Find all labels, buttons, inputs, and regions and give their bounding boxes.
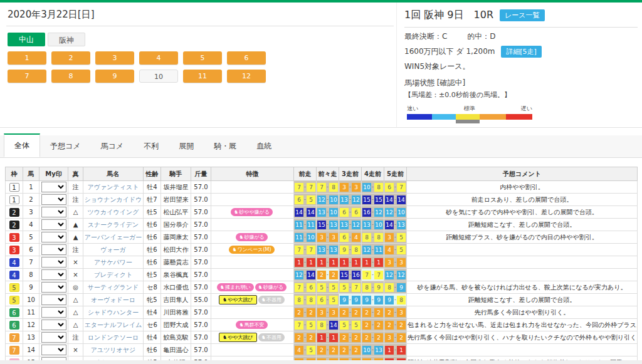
position-chip: 12	[352, 195, 360, 204]
tab-馬コメ[interactable]: 馬コメ	[91, 134, 134, 157]
position-chip: 13	[329, 221, 338, 229]
horse-icon: ♞	[220, 284, 224, 290]
race-button-9[interactable]: 9	[95, 70, 134, 83]
horse-name-link[interactable]: エターナルフレイム	[85, 321, 142, 328]
tab-予想コメ[interactable]: 予想コメ	[40, 134, 91, 157]
sex-age: 牡6	[144, 231, 161, 244]
mark-symbol: 注	[73, 334, 79, 341]
past-position-5: 2-2	[384, 319, 407, 331]
horse-name-link[interactable]: オーヴォドーロ	[91, 296, 135, 303]
horse-name-link[interactable]: アユツリオヤジ	[91, 346, 136, 353]
position-chip: 2	[397, 333, 406, 342]
past-position-5: 6-7	[384, 181, 407, 194]
horse-name-link[interactable]: アーバンイェーガー	[85, 234, 142, 241]
past-position-5: 12-12	[384, 269, 407, 281]
race-button-1[interactable]: 1	[8, 51, 46, 65]
past-position-4: 13-10	[362, 219, 384, 231]
feature-badges: ♞砂嫌がる	[211, 231, 294, 244]
horse-number: 11	[23, 306, 39, 319]
my-mark-select[interactable]	[41, 219, 66, 230]
position-chip: 2	[295, 333, 303, 342]
race-button-6[interactable]: 6	[227, 51, 266, 65]
position-chip: 11	[307, 221, 315, 229]
page-header: 2020年3月22日[日] 中山阪神 123456 789101112 1回 阪…	[0, 3, 642, 128]
position-chip: 13	[397, 221, 406, 229]
race-button-4[interactable]: 4	[139, 51, 178, 65]
horse-name-link[interactable]: ヴォーガ	[100, 246, 126, 253]
race-list-button[interactable]: レース一覧	[500, 9, 545, 21]
horse-name-link[interactable]: アサケパワー	[94, 259, 132, 266]
position-chip: 2	[362, 321, 371, 330]
position-chip: 6	[340, 233, 349, 242]
race-button-8[interactable]: 8	[51, 70, 90, 83]
position-chip: 9	[340, 296, 349, 304]
position-chip: 7	[352, 283, 360, 292]
horse-name-link[interactable]: ショウナンカイドウ	[84, 196, 142, 203]
horse-name-link[interactable]: プレディクト	[94, 271, 132, 278]
horse-name-link[interactable]: ロンドンテソーロ	[88, 334, 139, 341]
position-chip: 8	[329, 183, 338, 192]
my-mark-select[interactable]	[41, 232, 66, 242]
my-mark-select[interactable]	[41, 332, 66, 343]
race-button-3[interactable]: 3	[95, 51, 134, 65]
past-position-1: 7-5	[294, 319, 317, 331]
race-button-2[interactable]: 2	[51, 51, 90, 65]
my-mark-select[interactable]	[41, 269, 66, 280]
my-mark-select[interactable]	[41, 244, 66, 255]
tab-血統[interactable]: 血統	[246, 134, 282, 157]
race-button-10[interactable]: 10	[139, 70, 178, 83]
waku-cell: 3	[6, 231, 23, 244]
race-button-12[interactable]: 12	[227, 70, 266, 83]
tab-展開[interactable]: 展開	[169, 134, 204, 157]
tab-全体[interactable]: 全体	[4, 133, 40, 157]
horse-name-link[interactable]: シャドウハンター	[88, 309, 139, 316]
my-mark-select[interactable]	[41, 182, 66, 192]
jockey-name: 岩田望来	[161, 194, 191, 206]
my-mark-select[interactable]	[41, 194, 66, 205]
race-button-5[interactable]: 5	[183, 51, 222, 65]
position-chip: 14	[307, 208, 315, 217]
my-mark-cell	[39, 181, 68, 194]
mark-symbol: ▲	[73, 234, 78, 241]
feature-badge: ♞砂やや嫌がる	[231, 208, 273, 216]
position-chip: 8	[352, 246, 360, 254]
feature-badges	[211, 269, 294, 281]
my-mark-select[interactable]	[41, 320, 66, 330]
race-button-7[interactable]: 7	[8, 70, 46, 83]
position-chip: 1	[385, 346, 394, 355]
my-mark-select[interactable]	[41, 257, 66, 268]
prediction-comment: 先行馬多く今回はやや割り引く、ハナを取りたいクチなので外枠もやや割り引く。	[407, 331, 638, 344]
position-chip: 11	[374, 246, 383, 254]
tab-騎・厩[interactable]: 騎・厩	[204, 134, 246, 157]
horse-name-link[interactable]: アヴァンティスト	[88, 184, 139, 190]
waku-cell: 6	[6, 306, 23, 319]
horse-name-cell: オーヴォドーロ	[83, 294, 144, 306]
horse-name-link[interactable]: スナークライデン	[88, 221, 139, 228]
my-mark-cell	[39, 194, 68, 206]
race-button-11[interactable]: 11	[183, 70, 222, 83]
horse-name-link[interactable]: ツウカイウイング	[88, 209, 139, 216]
tab-不利[interactable]: 不利	[134, 134, 169, 157]
position-chip: 2	[352, 308, 360, 317]
my-mark-select[interactable]	[41, 307, 66, 318]
waku-number: 3	[9, 246, 19, 254]
jockey-name: 藤岡康太	[161, 231, 191, 244]
venue-tab-中山[interactable]: 中山	[8, 33, 45, 46]
jockey-name: 吉田隼人	[161, 294, 191, 306]
horse-number: 12	[23, 319, 39, 331]
position-chip: 4	[385, 246, 394, 254]
detail-button[interactable]: 詳細[5走]	[501, 46, 542, 58]
venue-tab-阪神[interactable]: 阪神	[48, 33, 85, 46]
past-position-3: 6-6	[339, 206, 362, 219]
my-mark-select[interactable]	[41, 294, 66, 305]
position-chip: 10	[329, 208, 338, 217]
position-chip: 9	[374, 283, 383, 292]
table-row: 11注アヴァンティスト牡4坂井瑠星57.07-77-83-310-86-7内枠や…	[6, 181, 638, 194]
my-mark-select[interactable]	[41, 207, 66, 217]
table-row: 36注ヴォーガ牡6松田大作57.0♞ワンペース(M)7-713-139-812-…	[6, 244, 638, 256]
my-mark-select[interactable]	[41, 345, 66, 355]
horse-name-link[interactable]: サーティグランド	[88, 284, 139, 291]
waku-cell: 2	[6, 206, 23, 219]
horse-name-cell: プレディクト	[83, 269, 144, 281]
my-mark-select[interactable]	[41, 282, 66, 293]
